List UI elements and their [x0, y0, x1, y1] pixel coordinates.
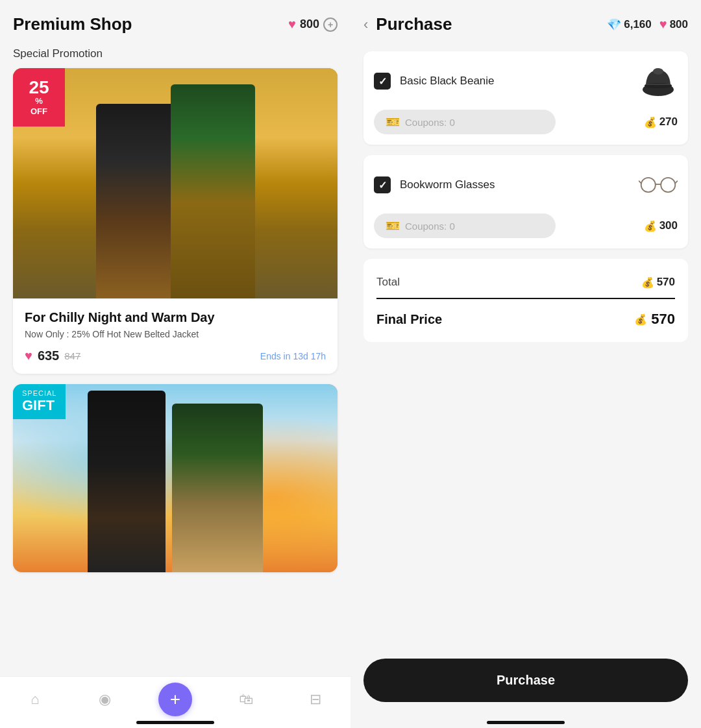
item-1-coupon-text: Coupons: 0: [405, 117, 455, 128]
promo-title: For Chilly Night and Warm Day: [25, 310, 326, 325]
nav-add-button[interactable]: +: [158, 683, 192, 716]
item-1-price: 💰 270: [644, 115, 678, 128]
gem-amount: 6,160: [624, 18, 652, 31]
home-icon: ⌂: [31, 691, 39, 708]
total-amount: 💰 570: [641, 276, 675, 289]
promo-current-price: 635: [38, 348, 59, 363]
final-price-value: 570: [651, 311, 675, 328]
gem-icon: 💎: [607, 18, 621, 32]
nav-avatar[interactable]: ◉: [88, 683, 121, 716]
right-header-left: ‹ Purchase: [363, 14, 452, 34]
add-currency-button[interactable]: +: [323, 18, 338, 32]
item-1-name: Basic Black Beanie: [400, 75, 630, 88]
svg-point-4: [661, 178, 675, 192]
heart-amount: 800: [670, 18, 688, 31]
final-money-icon: 💰: [634, 313, 647, 326]
right-panel: ‹ Purchase 💎 6,160 ♥ 800 ✓ Basic Black B…: [350, 0, 701, 728]
item-card-2: ✓ Bookworm Glasses 🎫 Coupons: 0: [363, 155, 688, 249]
price-divider: [376, 298, 675, 299]
item-2-name: Bookworm Glasses: [400, 178, 630, 191]
item-1-price-value: 270: [659, 115, 678, 128]
nav-shop[interactable]: 🛍: [230, 683, 262, 716]
home-indicator-left: [136, 721, 214, 724]
bottom-nav: ⌂ ◉ + 🛍 ⊟: [0, 676, 350, 728]
currency-amount: 800: [300, 18, 319, 31]
promo-price-row: ♥ 635 847: [25, 348, 80, 363]
figure-dark-girl: [88, 391, 166, 572]
final-price-amount: 💰 570: [634, 311, 675, 328]
beanie-svg: [641, 65, 676, 97]
svg-point-1: [653, 68, 663, 75]
total-row: Total 💰 570: [376, 269, 675, 295]
item-1-image: [639, 62, 678, 101]
item-2-coupon-row: 🎫 Coupons: 0 💰 300: [374, 213, 678, 238]
item-2-price-value: 300: [659, 219, 678, 232]
purchase-content: ✓ Basic Black Beanie 🎫 Coupons: 0: [350, 41, 701, 728]
item-1-row: ✓ Basic Black Beanie: [374, 62, 678, 101]
purchase-button[interactable]: Purchase: [363, 659, 688, 702]
promo-original-price: 847: [64, 350, 80, 361]
home-indicator-right: [487, 721, 565, 724]
promo-card-body: For Chilly Night and Warm Day Now Only :…: [13, 298, 338, 374]
gem-currency: 💎 6,160: [607, 18, 652, 32]
total-money-icon: 💰: [641, 276, 654, 289]
nav-rank[interactable]: ⊟: [299, 683, 332, 716]
left-scroll-area: Special Promotion 25 % OFF For Chilly Ni…: [0, 41, 350, 728]
shop-icon: 🛍: [239, 691, 253, 708]
coupon-icon-2: 🎫: [386, 219, 400, 233]
final-price-label: Final Price: [376, 312, 442, 327]
item-1-coupon-row: 🎫 Coupons: 0 💰 270: [374, 110, 678, 134]
badge-percent: 25: [29, 79, 49, 97]
item-1-coupon-btn[interactable]: 🎫 Coupons: 0: [374, 110, 556, 134]
final-price-row: Final Price 💰 570: [376, 302, 675, 332]
rank-icon: ⊟: [310, 691, 321, 708]
purchase-btn-container: Purchase: [363, 659, 688, 702]
badge-pct: %: [35, 97, 43, 105]
item-card-1: ✓ Basic Black Beanie 🎫 Coupons: 0: [363, 51, 688, 145]
checkmark-icon: ✓: [378, 75, 387, 88]
heart-currency: ♥ 800: [659, 17, 688, 32]
svg-line-7: [675, 181, 678, 184]
item-2-row: ✓ Bookworm Glasses: [374, 165, 678, 204]
figure-green-outfit: [171, 84, 255, 298]
special-gift-card[interactable]: SPECIAL GIFT: [13, 384, 338, 572]
currency-display: ♥ 800 +: [288, 17, 338, 32]
total-section: Total 💰 570 Final Price 💰 570: [363, 259, 688, 342]
promo-subtitle: Now Only : 25% Off Hot New Belted Jacket: [25, 329, 326, 339]
promo-timer: Ends in 13d 17h: [260, 351, 326, 361]
total-label: Total: [376, 276, 400, 289]
svg-point-3: [641, 178, 656, 192]
item-2-checkbox[interactable]: ✓: [374, 176, 391, 193]
avatar-icon: ◉: [99, 691, 111, 708]
total-amount-value: 570: [657, 276, 675, 289]
shop-title: Premium Shop: [13, 14, 132, 34]
add-icon: +: [170, 689, 180, 710]
special-text: SPECIAL: [22, 389, 56, 397]
money-icon-1: 💰: [644, 116, 657, 128]
section-label: Special Promotion: [0, 41, 350, 68]
badge-off: OFF: [31, 106, 47, 116]
back-button[interactable]: ‹: [363, 16, 368, 33]
gift-text: GIFT: [22, 397, 56, 414]
right-header-currency: 💎 6,160 ♥ 800: [607, 17, 688, 32]
heart-currency-icon: ♥: [659, 17, 667, 32]
checkmark-icon-2: ✓: [378, 179, 387, 191]
discount-badge: 25 % OFF: [13, 68, 65, 127]
right-header: ‹ Purchase 💎 6,160 ♥ 800: [350, 0, 701, 41]
glasses-svg: [639, 175, 678, 195]
promo-card-1[interactable]: 25 % OFF For Chilly Night and Warm Day N…: [13, 68, 338, 374]
money-icon-2: 💰: [644, 220, 657, 232]
item-1-checkbox[interactable]: ✓: [374, 73, 391, 90]
purchase-title: Purchase: [376, 14, 452, 34]
price-heart-icon: ♥: [25, 348, 32, 363]
gift-image: SPECIAL GIFT: [13, 384, 338, 572]
heart-icon: ♥: [288, 17, 296, 32]
nav-home[interactable]: ⌂: [19, 683, 51, 716]
item-2-price: 💰 300: [644, 219, 678, 232]
svg-line-6: [639, 181, 641, 184]
item-2-coupon-text: Coupons: 0: [405, 221, 455, 232]
item-2-coupon-btn[interactable]: 🎫 Coupons: 0: [374, 213, 556, 238]
figure-blonde-girl: [172, 404, 263, 572]
coupon-icon-1: 🎫: [386, 115, 400, 129]
promo-image: 25 % OFF: [13, 68, 338, 298]
